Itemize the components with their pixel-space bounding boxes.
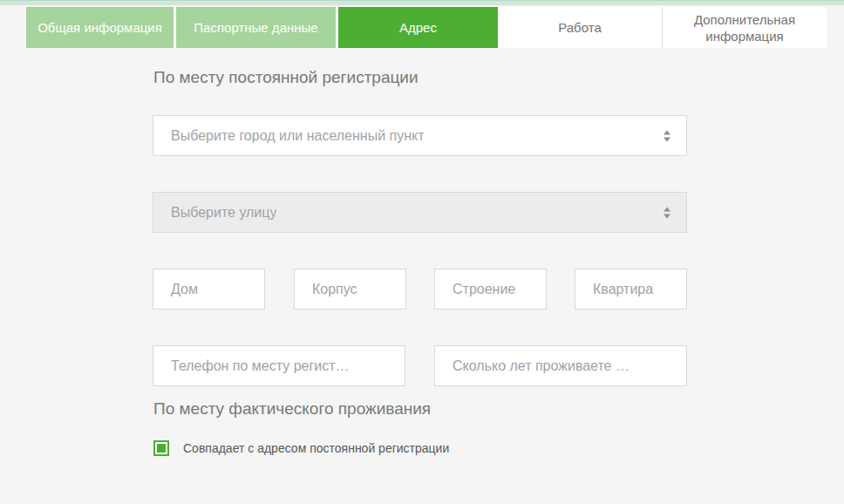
street-select[interactable]: Выберите улицу — [153, 192, 687, 233]
registration-phone-input[interactable] — [153, 345, 405, 386]
house-input[interactable] — [153, 269, 265, 310]
apartment-input[interactable] — [575, 269, 687, 310]
tab-label: Паспортные данные — [194, 19, 317, 36]
tab-additional-info[interactable]: Дополнительная информация — [662, 7, 827, 48]
top-accent-strip — [0, 0, 844, 5]
building-input[interactable] — [294, 269, 406, 310]
street-select-placeholder: Выберите улицу — [153, 205, 276, 221]
same-address-checkbox-row[interactable]: Совпадает с адресом постоянной регистрац… — [153, 440, 449, 456]
structure-input[interactable] — [434, 269, 547, 310]
tab-label: Дополнительная информация — [678, 11, 811, 44]
tab-work[interactable]: Работа — [498, 7, 662, 48]
city-select[interactable]: Выберите город или населенный пункт — [153, 115, 687, 156]
section-title-actual-residence: По месту фактического проживания — [153, 399, 431, 419]
tab-label: Работа — [558, 19, 602, 36]
tab-passport-data[interactable]: Паспортные данные — [176, 7, 336, 48]
tab-label: Общая информация — [37, 19, 162, 36]
address-form-page: Общая информация Паспортные данные Адрес… — [0, 0, 844, 504]
city-select-placeholder: Выберите город или населенный пункт — [153, 128, 425, 144]
select-spinner-icon — [664, 130, 670, 141]
tab-general-info[interactable]: Общая информация — [26, 7, 174, 48]
same-address-checkbox-label[interactable]: Совпадает с адресом постоянной регистрац… — [183, 441, 449, 455]
years-living-input[interactable] — [434, 345, 687, 386]
tab-address[interactable]: Адрес — [338, 7, 498, 48]
same-address-checkbox[interactable] — [153, 440, 169, 456]
section-title-permanent-registration: По месту постоянной регистрации — [153, 68, 419, 87]
checkbox-checked-mark-icon — [157, 444, 166, 453]
tab-label: Адрес — [399, 19, 437, 36]
select-spinner-icon — [664, 207, 670, 218]
